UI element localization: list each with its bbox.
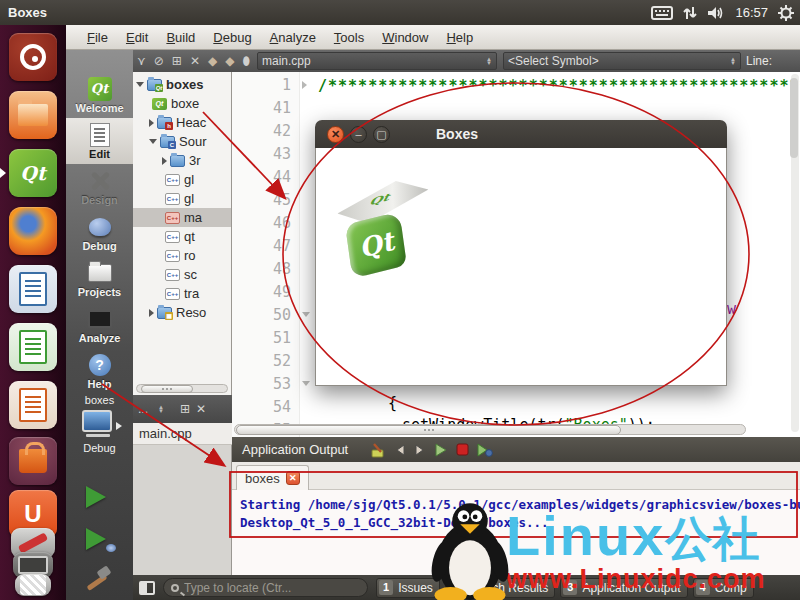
clock[interactable]: 16:57 <box>735 5 768 20</box>
next-item-icon[interactable] <box>414 444 426 456</box>
mode-design[interactable]: Design <box>66 164 133 210</box>
sources-folder-icon: C <box>160 136 175 148</box>
pane-button-issues[interactable]: 1 Issues <box>376 578 440 598</box>
close-pane-icon[interactable]: ✕ <box>196 402 206 416</box>
expand-arrow-icon[interactable] <box>136 82 144 87</box>
menu-window[interactable]: Window <box>373 30 437 45</box>
tree-item-Reso[interactable]: ▦Reso <box>133 303 232 322</box>
boxes-window-canvas[interactable]: Qt Qt <box>315 148 727 386</box>
no-entry-icon[interactable]: ⊘ <box>154 50 164 72</box>
launcher-files-icon[interactable] <box>9 91 57 139</box>
updown-arrows-icon[interactable] <box>683 5 697 21</box>
menu-help[interactable]: Help <box>437 30 482 45</box>
dropdown-arrows-icon: ▲▼ <box>730 57 736 65</box>
split-icon[interactable]: ⊞ <box>172 50 182 72</box>
line-indicator: Line: <box>746 54 772 68</box>
cpp-file-icon: C++ <box>165 212 180 224</box>
expand-arrow-icon[interactable] <box>149 139 157 144</box>
mode-debug[interactable]: Debug <box>66 210 133 256</box>
menu-build[interactable]: Build <box>157 30 204 45</box>
mode-welcome[interactable]: Qt Welcome <box>66 72 133 118</box>
run-button[interactable] <box>86 486 106 508</box>
tree-item-sc[interactable]: C++sc <box>133 265 232 284</box>
locator-field[interactable]: Type to locate (Ctr... <box>163 578 368 597</box>
qt-logo: Qt <box>20 162 45 184</box>
menu-file[interactable]: File <box>78 30 117 45</box>
split-icon[interactable]: ⊞ <box>180 402 190 416</box>
tree-item-Heac[interactable]: hHeac <box>133 113 232 132</box>
tree-item-gl[interactable]: C++gl <box>133 189 232 208</box>
boxes-app-window[interactable]: ✕ – ▢ Boxes Qt Qt <box>315 120 727 386</box>
expand-arrow-icon[interactable] <box>149 119 154 127</box>
mode-projects[interactable]: Projects <box>66 256 133 302</box>
pane-button-comp[interactable]: 4 Comp <box>693 578 754 598</box>
launcher-trash-icon[interactable] <box>15 574 51 596</box>
mode-edit[interactable]: Edit <box>66 118 133 164</box>
tree-hscrollbar[interactable] <box>136 384 228 393</box>
launcher-libreoffice-writer-icon[interactable] <box>9 265 57 313</box>
open-document-item[interactable]: main.cpp <box>133 423 232 445</box>
launcher-qt-creator-icon[interactable]: Qt <box>9 149 57 197</box>
symbol-dropdown[interactable]: <Select Symbol> ▲▼ <box>503 52 741 70</box>
tree-item-ro[interactable]: C++ro <box>133 246 232 265</box>
fold-marker-icon[interactable] <box>302 81 307 89</box>
mode-help[interactable]: ? Help <box>66 348 133 394</box>
launcher-software-center-icon[interactable] <box>9 437 57 485</box>
tree-item-gl[interactable]: C++gl <box>133 170 232 189</box>
open-file-name: main.cpp <box>262 54 482 68</box>
clean-output-icon[interactable] <box>370 442 386 458</box>
menu-tools[interactable]: Tools <box>325 30 373 45</box>
editor-hscrollbar[interactable] <box>234 424 746 435</box>
forward-icon[interactable]: ◆ <box>225 50 234 72</box>
maximize-button[interactable]: ▢ <box>373 126 390 143</box>
close-button[interactable]: ✕ <box>327 126 344 143</box>
open-file-dropdown[interactable]: main.cpp ▲▼ <box>257 52 497 70</box>
output-tab-boxes[interactable]: boxes ✕ <box>236 465 309 490</box>
build-button[interactable] <box>84 566 110 592</box>
previous-item-icon[interactable] <box>394 444 406 456</box>
mode-analyze[interactable]: Analyze <box>66 302 133 348</box>
back-icon[interactable]: ◆ <box>208 50 217 72</box>
expand-arrow-icon[interactable] <box>149 309 154 317</box>
close-split-icon[interactable]: ✕ <box>190 50 200 72</box>
rerun-icon[interactable] <box>477 443 493 457</box>
launcher-libreoffice-calc-icon[interactable] <box>9 323 57 371</box>
volume-icon[interactable] <box>707 5 725 21</box>
target-project-label: boxes <box>66 394 133 406</box>
close-tab-icon[interactable]: ✕ <box>286 471 300 485</box>
minimize-button[interactable]: – <box>350 126 367 143</box>
fold-marker-icon[interactable] <box>302 381 310 386</box>
menu-debug[interactable]: Debug <box>204 30 260 45</box>
output-console[interactable]: Starting /home/sjg/Qt5.0.1/5.0.1/gcc/exa… <box>232 490 800 575</box>
editor-vscrollbar[interactable] <box>791 74 799 432</box>
tree-item-3r[interactable]: 3r <box>133 151 232 170</box>
filter-icon[interactable]: ⋎ <box>137 50 146 72</box>
line-number: 45 <box>239 189 291 212</box>
tree-item-Sour[interactable]: CSour <box>133 132 232 151</box>
output-header: Application Output <box>232 437 800 462</box>
cpp-file-icon: C++ <box>165 250 180 262</box>
boxes-window-titlebar[interactable]: ✕ – ▢ Boxes <box>315 120 727 148</box>
menu-edit[interactable]: Edit <box>117 30 157 45</box>
line-number: 44 <box>239 166 291 189</box>
tree-item-tra[interactable]: C++tra <box>133 284 232 303</box>
pane-button-application-output[interactable]: 3 Application Output <box>560 578 687 598</box>
tree-item-boxe[interactable]: Qtboxe <box>133 94 232 113</box>
menu-analyze[interactable]: Analyze <box>261 30 325 45</box>
expand-arrow-icon[interactable] <box>162 157 167 165</box>
session-gear-icon[interactable] <box>778 5 794 21</box>
pane-button-search-results[interactable]: 2 Search Results <box>445 578 556 598</box>
tree-item-ma[interactable]: C++ma <box>133 208 232 227</box>
kit-expand-arrow-icon <box>116 422 122 430</box>
run-icon[interactable] <box>434 443 448 457</box>
sidebar-toggle-icon[interactable] <box>139 581 155 595</box>
tree-item-boxes[interactable]: Qtboxes <box>133 75 232 94</box>
open-documents-menu[interactable]: ... <box>138 402 148 416</box>
launcher-ubuntu-dash-icon[interactable] <box>9 33 57 81</box>
keyboard-icon[interactable] <box>651 6 673 20</box>
launcher-libreoffice-impress-icon[interactable] <box>9 381 57 429</box>
fold-marker-icon[interactable] <box>302 312 310 317</box>
stop-icon[interactable] <box>456 443 469 456</box>
tree-item-qt[interactable]: C++qt <box>133 227 232 246</box>
launcher-firefox-icon[interactable] <box>9 207 57 255</box>
